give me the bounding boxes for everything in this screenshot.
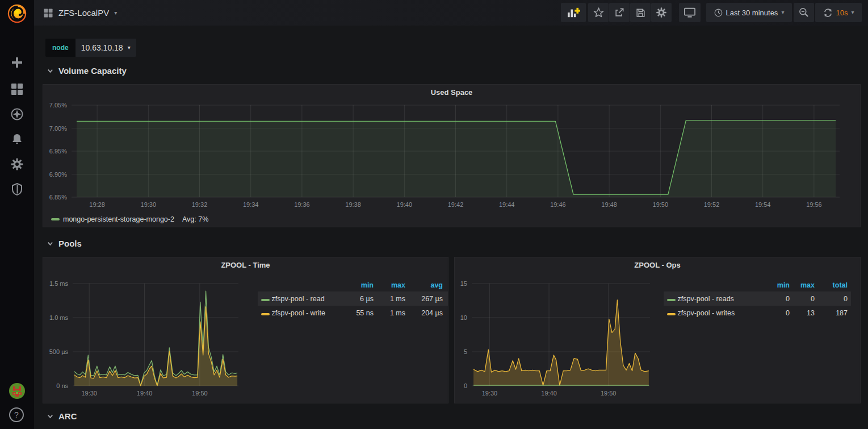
section-volume-capacity[interactable]: Volume Capacity: [47, 66, 127, 76]
svg-text:5: 5: [464, 348, 467, 355]
used-space-legend-item[interactable]: mongo-persistent-storage-mongo-2 Avg: 7%: [51, 215, 208, 223]
section-pools[interactable]: Pools: [47, 239, 82, 248]
legend-row: zfspv-pool - read 6 µs 1 ms 267 µs 172 µ…: [258, 291, 448, 306]
svg-text:19:30: 19:30: [482, 390, 498, 397]
total-value: 187: [818, 306, 851, 320]
svg-text:6.85%: 6.85%: [49, 194, 67, 201]
svg-text:19:40: 19:40: [137, 390, 153, 397]
zpool-time-panel-title[interactable]: ZPOOL - Time: [43, 261, 448, 269]
refresh-button[interactable]: 10s ▾: [815, 3, 862, 22]
chevron-down-icon: [47, 240, 54, 247]
monitor-icon: [684, 7, 696, 18]
column-header[interactable]: max: [377, 279, 409, 291]
svg-text:19:42: 19:42: [448, 201, 464, 208]
dashboard-title: ZFS-LocalPV: [58, 8, 109, 18]
configuration-gear-icon[interactable]: [10, 157, 24, 171]
series-name-cell[interactable]: zfspv-pool - reads: [664, 291, 766, 306]
zoom-out-icon: [798, 7, 810, 18]
svg-text:19:32: 19:32: [192, 201, 208, 208]
column-header[interactable]: max: [793, 279, 818, 291]
star-button[interactable]: [588, 3, 609, 22]
grafana-logo[interactable]: [6, 3, 28, 24]
svg-text:10: 10: [460, 314, 467, 321]
svg-text:19:50: 19:50: [192, 390, 208, 397]
chevron-down-icon: [47, 413, 54, 420]
cycle-view-mode-button[interactable]: [679, 3, 701, 22]
series-name-cell[interactable]: zfspv-pool - writes: [664, 306, 766, 320]
svg-text:19:50: 19:50: [601, 390, 617, 397]
add-panel-icon: [567, 7, 580, 18]
node-variable-label: node: [45, 39, 76, 57]
chevron-down-icon: ▾: [851, 10, 854, 15]
legend-row: zfspv-pool - writes 0 13 187: [664, 306, 851, 320]
min-value: 0: [766, 291, 793, 306]
zpool-time-chart[interactable]: 19:3019:4019:500 ns500 µs1.0 ms1.5 ms: [45, 272, 242, 401]
current-value: 135 µs: [446, 306, 448, 320]
svg-text:19:50: 19:50: [653, 201, 669, 208]
column-header[interactable]: min: [766, 279, 793, 291]
zpool-ops-chart[interactable]: 19:3019:4019:50051015: [458, 272, 655, 401]
add-panel-button[interactable]: [561, 3, 586, 22]
time-range-label: Last 30 minutes: [726, 9, 778, 17]
node-variable-value[interactable]: 10.63.10.18 ▾: [76, 39, 136, 57]
dashboard-settings-button[interactable]: [651, 3, 672, 22]
help-icon[interactable]: ?: [9, 407, 26, 424]
dashboard-title-dropdown[interactable]: ZFS-LocalPV ▾: [43, 0, 117, 26]
max-value: 13: [793, 306, 818, 320]
svg-text:19:52: 19:52: [704, 201, 720, 208]
zpool-ops-panel-title[interactable]: ZPOOL - Ops: [455, 261, 860, 269]
refresh-icon: [823, 8, 833, 18]
column-header[interactable]: avg: [409, 279, 446, 291]
refresh-interval-label: 10s: [836, 9, 848, 17]
svg-text:500 µs: 500 µs: [49, 348, 69, 355]
avg-value: 204 µs: [409, 306, 446, 320]
svg-text:19:36: 19:36: [294, 201, 310, 208]
sidebar: ?: [0, 0, 34, 429]
zpool-ops-legend-table: min max total zfspv-pool - reads 0 0 0 z…: [664, 279, 851, 320]
navbar: ZFS-LocalPV ▾ Last 30 mi: [34, 0, 868, 26]
max-value: 1 ms: [377, 291, 409, 306]
series-color-dash: [261, 299, 270, 301]
chevron-down-icon: ▾: [114, 10, 117, 16]
svg-text:7.05%: 7.05%: [49, 102, 67, 109]
column-header[interactable]: min: [344, 279, 377, 291]
svg-text:19:34: 19:34: [243, 201, 259, 208]
time-range-picker[interactable]: Last 30 minutes ▾: [706, 3, 792, 22]
svg-text:0 ns: 0 ns: [56, 382, 68, 389]
series-name-cell[interactable]: zfspv-pool - write: [258, 306, 344, 320]
min-value: 0: [766, 306, 793, 320]
series-name-cell[interactable]: zfspv-pool - read: [258, 291, 344, 306]
zoom-out-button[interactable]: [794, 3, 814, 22]
save-button[interactable]: [630, 3, 651, 22]
min-value: 55 ns: [344, 306, 377, 320]
column-header[interactable]: total: [818, 279, 851, 291]
dashboards-icon[interactable]: [10, 82, 24, 96]
zpool-ops-panel: ZPOOL - Ops 19:3019:4019:50051015 min ma…: [454, 257, 861, 403]
explore-compass-icon[interactable]: [10, 107, 24, 121]
svg-text:7.00%: 7.00%: [49, 125, 67, 132]
column-header[interactable]: current: [446, 279, 448, 291]
svg-text:19:40: 19:40: [541, 390, 557, 397]
used-space-panel: Used Space 19:2819:3019:3219:3419:3619:3…: [43, 84, 861, 227]
svg-text:19:30: 19:30: [141, 201, 157, 208]
alerting-bell-icon[interactable]: [10, 132, 24, 146]
max-value: 1 ms: [377, 306, 409, 320]
avg-value: 267 µs: [409, 291, 446, 306]
used-space-chart[interactable]: 19:2819:3019:3219:3419:3619:3819:4019:42…: [49, 99, 856, 212]
legend-row: zfspv-pool - reads 0 0 0: [664, 291, 851, 306]
used-space-panel-title[interactable]: Used Space: [43, 88, 860, 97]
user-avatar[interactable]: [9, 382, 26, 399]
svg-text:1.5 ms: 1.5 ms: [49, 280, 69, 287]
svg-text:19:28: 19:28: [89, 201, 105, 208]
svg-text:15: 15: [460, 280, 467, 287]
server-admin-shield-icon[interactable]: [10, 182, 24, 196]
svg-text:6.90%: 6.90%: [49, 171, 67, 178]
svg-text:19:44: 19:44: [499, 201, 515, 208]
create-plus-icon[interactable]: [10, 56, 24, 69]
share-button[interactable]: [609, 3, 630, 22]
svg-text:0: 0: [464, 382, 467, 389]
chevron-down-icon: ▾: [781, 10, 784, 15]
node-variable-selector[interactable]: node 10.63.10.18 ▾: [45, 39, 136, 57]
section-arc[interactable]: ARC: [47, 411, 77, 421]
max-value: 0: [793, 291, 818, 306]
